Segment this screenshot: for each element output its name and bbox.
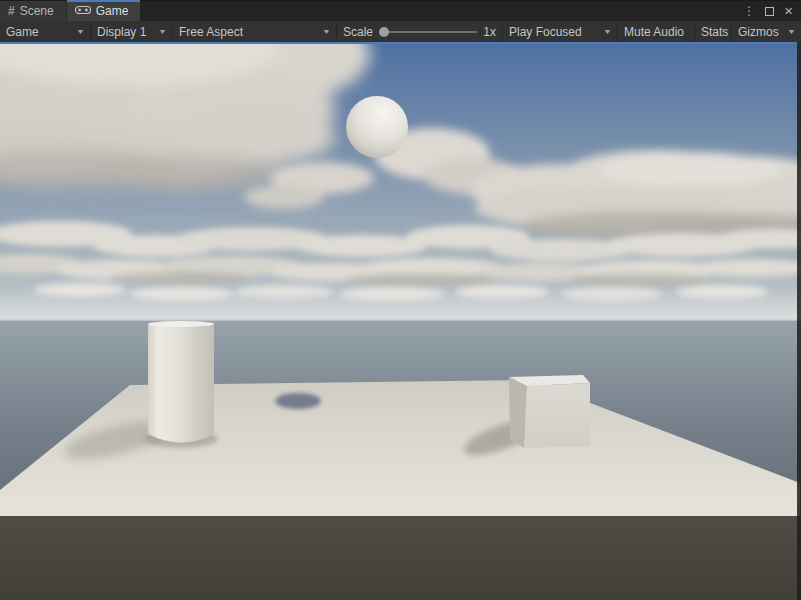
- game-view-toolbar: Game ▼ Display 1 ▼ Free Aspect ▼ Scale 1…: [0, 21, 801, 42]
- stats-button[interactable]: Stats: [695, 21, 732, 42]
- tab-scene[interactable]: # Scene: [0, 1, 66, 21]
- tab-game-label: Game: [96, 4, 129, 18]
- aspect-ratio-dropdown-label: Free Aspect: [179, 25, 243, 39]
- scale-value: 1x: [483, 25, 496, 39]
- display-dropdown[interactable]: Display 1 ▼: [91, 21, 173, 42]
- gizmos-label: Gizmos: [738, 25, 779, 39]
- foreground-ground: [0, 516, 801, 600]
- cylinder: [148, 321, 214, 443]
- game-mode-dropdown-label: Game: [6, 25, 39, 39]
- horizon-line: [0, 319, 801, 321]
- chevron-down-icon: ▼: [787, 28, 796, 35]
- rendered-scene: [0, 42, 801, 600]
- maximize-icon[interactable]: [765, 7, 774, 16]
- aspect-ratio-dropdown[interactable]: Free Aspect ▼: [173, 21, 337, 42]
- close-icon[interactable]: ×: [784, 6, 793, 16]
- tab-bar: # Scene Game ⋮ ×: [0, 0, 801, 21]
- scale-slider-track[interactable]: [379, 31, 477, 33]
- game-render-viewport[interactable]: [0, 42, 801, 600]
- scale-label: Scale: [343, 25, 373, 39]
- tab-game[interactable]: Game: [66, 1, 141, 21]
- focus-accent-line: [0, 42, 801, 44]
- panel-right-edge: [797, 42, 801, 600]
- play-focused-dropdown[interactable]: Play Focused ▼: [503, 21, 618, 42]
- horizon-haze: [0, 288, 801, 322]
- mute-audio-label: Mute Audio: [624, 25, 684, 39]
- scale-slider-knob[interactable]: [379, 27, 389, 37]
- stats-label: Stats: [701, 25, 728, 39]
- tab-scene-label: Scene: [20, 4, 54, 18]
- game-mode-dropdown[interactable]: Game ▼: [0, 21, 91, 42]
- grid-icon: #: [8, 5, 15, 17]
- play-focused-label: Play Focused: [509, 25, 582, 39]
- cube: [509, 375, 590, 448]
- chevron-down-icon: ▼: [158, 28, 167, 35]
- mute-audio-button[interactable]: Mute Audio: [618, 21, 695, 42]
- sphere-shadow: [275, 393, 321, 409]
- scale-control: Scale 1x: [337, 21, 503, 42]
- gizmos-dropdown[interactable]: Gizmos ▼: [732, 21, 801, 42]
- window-controls: ⋮ ×: [739, 1, 801, 21]
- chevron-down-icon: ▼: [76, 28, 85, 35]
- game-view-panel: # Scene Game ⋮ × Game ▼ Display: [0, 0, 801, 600]
- tab-bar-spacer: [140, 1, 739, 21]
- chevron-down-icon: ▼: [322, 28, 331, 35]
- chevron-down-icon: ▼: [603, 28, 612, 35]
- panel-menu-icon[interactable]: ⋮: [743, 4, 755, 18]
- display-dropdown-label: Display 1: [97, 25, 146, 39]
- sphere: [346, 96, 408, 158]
- gamepad-icon: [75, 4, 91, 18]
